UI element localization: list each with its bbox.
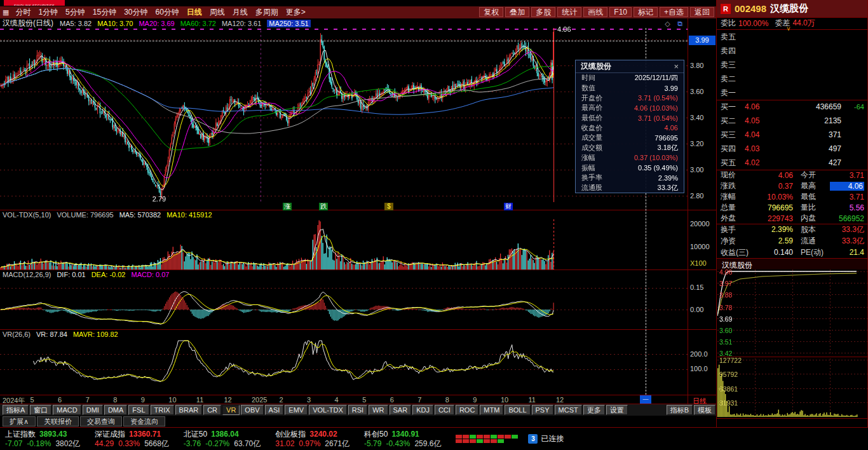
menu-button-统计[interactable]: 统计 — [557, 7, 581, 17]
tab-MACD[interactable]: MACD — [53, 405, 81, 415]
tab-MTM[interactable]: MTM — [480, 405, 503, 415]
period-tab-1分钟[interactable]: 1分钟 — [38, 8, 58, 17]
time-axis-label: 6 — [58, 396, 62, 404]
tab-SAR[interactable]: SAR — [390, 405, 412, 415]
tab-VR[interactable]: VR — [222, 405, 240, 415]
period-tab-60分钟[interactable]: 60分钟 — [156, 8, 179, 17]
tab-TRIX[interactable]: TRIX — [151, 405, 174, 415]
tab-KDJ[interactable]: KDJ — [412, 405, 433, 415]
macd-tick-label: 0.15 — [690, 283, 703, 291]
period-tab-月线[interactable]: 月线 — [233, 8, 248, 17]
window-icon[interactable]: ▦ — [3, 8, 9, 17]
menu-button-多股[interactable]: 多股 — [531, 7, 555, 17]
volume-canvas[interactable] — [0, 219, 688, 269]
tab-设置[interactable]: 设置 — [606, 405, 628, 415]
menu-button-标记[interactable]: 标记 — [634, 7, 658, 17]
event-marker-跌[interactable]: 跌 — [319, 203, 328, 210]
menu-button-叠加[interactable]: 叠加 — [505, 7, 529, 17]
menu-button-+自选[interactable]: +自选 — [660, 7, 688, 17]
period-tab-15分钟[interactable]: 15分钟 — [93, 8, 116, 17]
diamond-icon[interactable]: ◇ — [665, 20, 670, 27]
stat-row-现价: 现价4.06今开3.71 — [717, 170, 868, 181]
tab-DMI[interactable]: DMI — [83, 405, 103, 415]
mini-price-label: 3.88 — [719, 291, 732, 299]
time-axis-label: 3 — [307, 396, 311, 404]
period-tab-日线[interactable]: 日线 — [187, 8, 202, 17]
tab-OBV[interactable]: OBV — [241, 405, 263, 415]
tab-ASI[interactable]: ASI — [265, 405, 284, 415]
bid-row-买三[interactable]: 买三4.04371 — [717, 128, 868, 142]
tab-RSI[interactable]: RSI — [348, 405, 367, 415]
tab-DMA[interactable]: DMA — [104, 405, 127, 415]
index-block-北证50[interactable]: 北证501386.04-3.76-0.27%63.70亿 — [184, 430, 265, 449]
tab-模板[interactable]: 模板 — [694, 405, 715, 415]
ask-row-卖四[interactable]: 卖四 — [717, 44, 868, 58]
tab-CR[interactable]: CR — [203, 405, 221, 415]
event-marker-财[interactable]: 财 — [504, 203, 513, 210]
tab-FSL[interactable]: FSL — [128, 405, 149, 415]
macd-canvas[interactable] — [0, 279, 688, 329]
ask-row-卖二[interactable]: 卖二 — [717, 72, 868, 86]
time-axis-label: 5 — [362, 396, 366, 404]
tab-EMV[interactable]: EMV — [285, 405, 308, 415]
quote-stats-secondary: 换手2.39%股本33.3亿净资2.59流通33.3亿收益(三)0.140PE(… — [717, 224, 868, 258]
vr-canvas[interactable] — [0, 339, 688, 395]
intraday-tab[interactable]: 汉缆股份 — [717, 258, 868, 269]
tab-交易查询[interactable]: 交易查询 — [80, 416, 122, 426]
tab-VOL-TDX[interactable]: VOL-TDX — [309, 405, 347, 415]
margin-trading-badge: R — [721, 4, 731, 14]
chevron-down-icon[interactable]: ˅ — [787, 25, 790, 32]
tab-指标B[interactable]: 指标B — [667, 405, 693, 415]
period-tab-5分钟[interactable]: 5分钟 — [65, 8, 85, 17]
weicha-value: 44.0万 — [792, 18, 815, 29]
stat-row-换手: 换手2.39%股本33.3亿 — [717, 224, 868, 235]
period-tab-多周期[interactable]: 多周期 — [255, 8, 278, 17]
chart-title: 汉缆股份(日线) — [3, 18, 53, 29]
popup-row: 流通股33.3亿 — [576, 183, 684, 193]
tab-资金流向[interactable]: 资金流向 — [123, 416, 165, 426]
bid-row-买一[interactable]: 买一4.06436659-64 — [717, 100, 868, 114]
period-tab-分时[interactable]: 分时 — [15, 8, 31, 17]
period-tab-周线[interactable]: 周线 — [210, 8, 225, 17]
period-tab-30分钟[interactable]: 30分钟 — [124, 8, 147, 17]
indicator-value-label: MACD(12,26,9) — [3, 271, 51, 278]
menu-button-返回[interactable]: 返回 — [690, 7, 714, 17]
tab-ROC[interactable]: ROC — [456, 405, 478, 415]
tab-BOLL[interactable]: BOLL — [505, 405, 530, 415]
tab-指标A[interactable]: 指标A — [3, 405, 29, 415]
stock-name: 汉缆股份 — [770, 3, 808, 15]
intraday-mini-canvas[interactable] — [717, 269, 867, 418]
heatmap-cell — [505, 435, 511, 439]
tab-PSY[interactable]: PSY — [532, 405, 553, 415]
close-icon[interactable]: × — [674, 62, 679, 71]
bid-row-买二[interactable]: 买二4.052135 — [717, 114, 868, 128]
sector-heatmap-icon[interactable] — [456, 435, 519, 444]
tab-WR[interactable]: WR — [369, 405, 388, 415]
tab-CCI[interactable]: CCI — [435, 405, 454, 415]
index-quotes: 上证指数3893.43-7.07-0.18%3802亿深证成指13360.714… — [5, 430, 456, 449]
time-axis-label: 12 — [224, 396, 231, 404]
tab-BRAR[interactable]: BRAR — [175, 405, 203, 415]
ask-row-卖五[interactable]: 卖五 — [717, 30, 868, 44]
bid-row-买五[interactable]: 买五4.02427 — [717, 156, 868, 170]
menu-button-复权[interactable]: 复权 — [479, 7, 503, 17]
tab-窗口[interactable]: 窗口 — [30, 405, 51, 415]
index-block-深证成指[interactable]: 深证成指13360.7144.290.33%5668亿 — [95, 430, 173, 449]
menu-button-F10[interactable]: F10 — [609, 7, 632, 17]
event-marker-涨[interactable]: 涨 — [283, 203, 292, 210]
index-block-上证指数[interactable]: 上证指数3893.43-7.07-0.18%3802亿 — [5, 430, 85, 449]
period-tab-更多>[interactable]: 更多> — [286, 8, 306, 17]
event-marker-$[interactable]: $ — [384, 203, 393, 210]
tab-MCST[interactable]: MCST — [555, 405, 582, 415]
bid-row-买四[interactable]: 买四4.03497 — [717, 142, 868, 156]
tab-扩展∧[interactable]: 扩展∧ — [3, 416, 36, 426]
index-block-创业板指[interactable]: 创业板指3240.0231.020.97%2671亿 — [275, 430, 354, 449]
layout-icon[interactable]: ⧉ — [677, 20, 682, 27]
heatmap-cell — [498, 435, 504, 439]
tab-关联报价[interactable]: 关联报价 — [37, 416, 79, 426]
ask-row-卖三[interactable]: 卖三 — [717, 58, 868, 72]
menu-button-画线[interactable]: 画线 — [583, 7, 607, 17]
ask-row-卖一[interactable]: 卖一 — [717, 86, 868, 100]
index-block-科创50[interactable]: 科创501340.91-5.79-0.43%259.6亿 — [364, 430, 445, 449]
tab-更多[interactable]: 更多 — [583, 405, 605, 415]
